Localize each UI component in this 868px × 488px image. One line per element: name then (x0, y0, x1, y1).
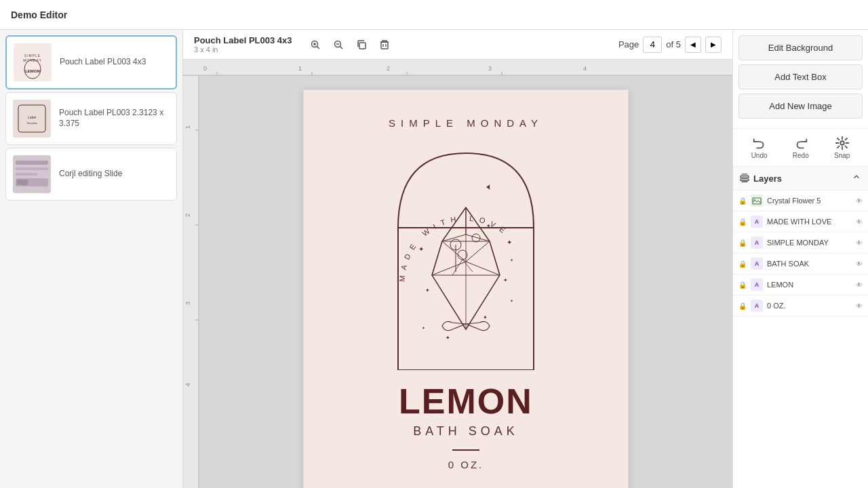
layer-eye-icon-2: 👁 (856, 239, 863, 247)
undo-label: Undo (751, 152, 768, 159)
layer-lock-icon-2: 🔒 (738, 239, 747, 247)
layer-lock-icon-3: 🔒 (738, 260, 747, 268)
svg-text:✦: ✦ (418, 245, 424, 253)
svg-point-76 (754, 199, 755, 201)
layer-lock-icon-1: 🔒 (738, 218, 747, 226)
svg-text:2: 2 (184, 214, 191, 217)
svg-text:SIMPLE: SIMPLE (24, 54, 41, 58)
svg-text:0: 0 (203, 65, 207, 72)
layers-list: 🔒 Crystal Flower 5 👁 🔒 A MADE WITH LOVE … (733, 190, 868, 317)
label-product-name[interactable]: LEMON (399, 384, 533, 419)
layer-name-1: MADE WITH LOVE (767, 218, 852, 226)
layer-item-1[interactable]: 🔒 A MADE WITH LOVE 👁 (733, 211, 868, 232)
layer-item-3[interactable]: 🔒 A BATH SOAK 👁 (733, 253, 868, 274)
layer-name-2: SIMPLE MONDAY (767, 239, 852, 247)
layer-lock-icon-0: 🔒 (738, 197, 747, 205)
page-nav: Page of 5 ◀ ▶ (618, 37, 722, 53)
layer-eye-icon-0: 👁 (856, 197, 863, 205)
svg-text:✦: ✦ (483, 314, 488, 321)
svg-rect-14 (17, 180, 28, 185)
svg-text:✦: ✦ (507, 239, 512, 246)
redo-label: Redo (793, 152, 809, 159)
layer-eye-icon-3: 👁 (856, 260, 863, 268)
layer-item-5[interactable]: 🔒 A 0 OZ. 👁 (733, 296, 868, 317)
layer-lock-icon-4: 🔒 (738, 281, 747, 289)
sidebar-thumb-3 (13, 155, 51, 193)
svg-rect-12 (16, 173, 37, 176)
add-new-image-button[interactable]: Add New Image (738, 94, 863, 119)
header: Demo Editor (0, 0, 868, 30)
sidebar-label-1: Pouch Label PL003 4x3 (60, 57, 146, 68)
svg-line-16 (317, 46, 319, 49)
layers-panel: Layers 🔒 Crystal Flower 5 👁 (733, 167, 868, 488)
sidebar-item-3[interactable]: Corjl editing Slide (5, 148, 177, 201)
svg-text:✦: ✦ (510, 299, 513, 303)
layer-item-4[interactable]: 🔒 A LEMON 👁 (733, 274, 868, 296)
svg-rect-22 (359, 43, 366, 49)
layer-eye-icon-4: 👁 (856, 281, 863, 289)
zoom-out-icon[interactable] (329, 35, 348, 54)
svg-text:✦: ✦ (425, 287, 430, 293)
delete-icon[interactable] (375, 35, 394, 54)
layer-eye-icon-5: 👁 (856, 302, 863, 310)
page-label: Page (618, 39, 639, 49)
ruler-horizontal: 0 1 2 3 4 (183, 60, 732, 76)
svg-text:✦: ✦ (446, 335, 450, 341)
svg-rect-73 (741, 176, 749, 178)
ruler-vertical: 1 2 3 4 (183, 76, 199, 488)
svg-text:✦: ✦ (422, 326, 425, 330)
svg-text:1: 1 (298, 65, 302, 72)
layers-collapse-button[interactable] (852, 172, 861, 184)
svg-text:Label: Label (28, 115, 36, 119)
canvas-scroll[interactable]: 0 1 2 3 4 1 2 (183, 60, 732, 488)
sidebar-label-2: Pouch Label PL003 2.3123 x 3.375 (59, 108, 170, 129)
svg-point-72 (840, 141, 844, 145)
zoom-in-icon[interactable] (306, 35, 325, 54)
undo-redo-bar: Undo Redo Snap (733, 129, 868, 167)
page-next-button[interactable]: ▶ (705, 37, 722, 53)
svg-text:Template: Template (26, 121, 38, 125)
label-product-type[interactable]: BATH SOAK (413, 424, 519, 439)
layer-lock-icon-5: 🔒 (738, 302, 747, 310)
add-text-box-button[interactable]: Add Text Box (738, 64, 863, 89)
layer-name-4: LEMON (767, 281, 852, 289)
layer-thumb-0 (751, 195, 763, 207)
redo-button[interactable]: Redo (793, 136, 809, 159)
layer-thumb-5: A (751, 300, 763, 312)
page-prev-button[interactable]: ◀ (685, 37, 701, 53)
layers-header: Layers (733, 167, 868, 190)
svg-text:✦: ✦ (503, 277, 508, 283)
label-brand-text[interactable]: SIMPLE MONDAY (389, 117, 543, 129)
snap-label: Snap (834, 152, 850, 159)
duplicate-icon[interactable] (352, 35, 371, 54)
svg-rect-10 (16, 161, 48, 165)
edit-background-button[interactable]: Edit Background (738, 35, 863, 60)
svg-rect-0 (14, 43, 52, 81)
layer-name-5: 0 OZ. (767, 302, 852, 310)
svg-text:3: 3 (184, 302, 191, 305)
layer-item-0[interactable]: 🔒 Crystal Flower 5 👁 (733, 190, 868, 211)
page-input[interactable] (643, 37, 662, 53)
right-panel: Edit Background Add Text Box Add New Ima… (732, 30, 868, 488)
svg-text:4: 4 (184, 383, 191, 386)
label-oz[interactable]: 0 OZ. (448, 459, 484, 470)
svg-text:MONDAY: MONDAY (23, 58, 42, 62)
svg-text:2: 2 (387, 65, 390, 72)
document-subtitle: 3 x 4 in (194, 45, 292, 54)
snap-button[interactable]: Snap (834, 136, 850, 159)
svg-text:3: 3 (488, 65, 492, 72)
sidebar-item-1[interactable]: SIMPLE MONDAY LEMON Pouch Label PL003 4x… (5, 35, 177, 89)
main-layout: SIMPLE MONDAY LEMON Pouch Label PL003 4x… (0, 30, 868, 488)
layer-name-0: Crystal Flower 5 (767, 197, 852, 205)
svg-rect-74 (741, 179, 749, 181)
layers-panel-title: Layers (753, 174, 782, 184)
svg-rect-23 (381, 42, 388, 49)
label-canvas[interactable]: SIMPLE MONDAY MADE WITH L (303, 89, 629, 488)
undo-button[interactable]: Undo (751, 136, 768, 159)
layer-item-2[interactable]: 🔒 A SIMPLE MONDAY 👁 (733, 232, 868, 253)
layers-title: Layers (740, 174, 782, 184)
toolbar-icons (306, 35, 394, 54)
svg-text:1: 1 (184, 125, 191, 129)
svg-line-20 (340, 46, 342, 49)
sidebar-item-2[interactable]: Label Template Pouch Label PL003 2.3123 … (5, 92, 177, 145)
